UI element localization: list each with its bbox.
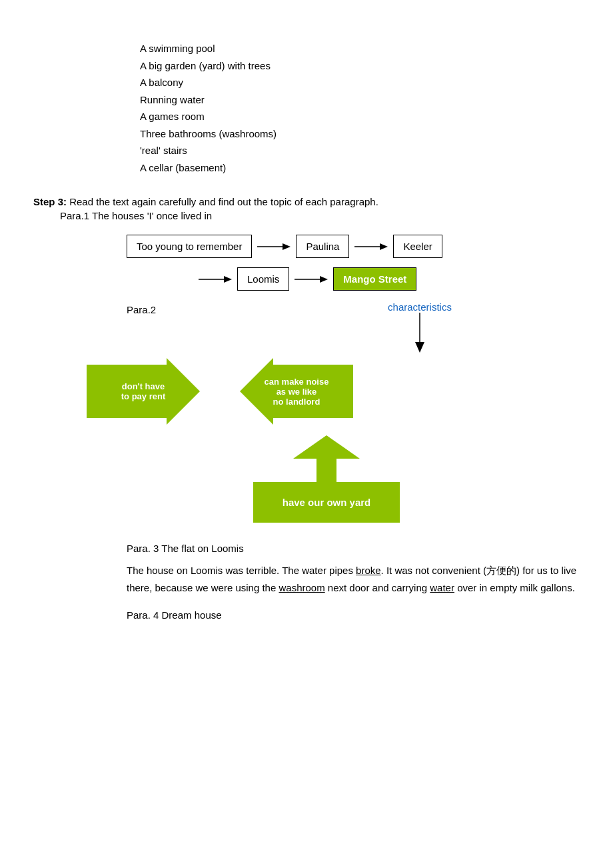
svg-marker-5 — [224, 276, 232, 283]
left-arrow-shape — [87, 358, 200, 425]
arrow-loomis-mango — [295, 273, 328, 285]
arrow-into-loomis — [199, 273, 232, 285]
svg-marker-3 — [380, 243, 388, 250]
characteristics-col: characteristics — [260, 295, 580, 353]
arrow-right: can make noiseas we likeno landlord — [240, 358, 353, 425]
svg-marker-7 — [320, 276, 328, 283]
para2-label: Para.2 — [127, 304, 260, 315]
svg-marker-11 — [240, 358, 353, 425]
up-arrow-row: have our own yard — [33, 435, 580, 523]
svg-marker-9 — [415, 342, 424, 353]
up-arrow-shape — [293, 435, 360, 482]
flow-row1: Too young to remember Paulina Keeler — [33, 235, 580, 258]
svg-marker-1 — [283, 243, 291, 250]
arrow-left: don't haveto pay rent — [87, 358, 200, 425]
list-item: Three bathrooms (washrooms) — [140, 125, 580, 143]
list-item: 'real' stairs — [140, 142, 580, 159]
para4-title: Para. 4 Dream house — [127, 609, 580, 621]
flow-box-4: Loomis — [237, 267, 289, 291]
arrow-1-2 — [257, 241, 291, 253]
para3-section: Para. 3 The flat on Loomis The house on … — [33, 543, 580, 621]
list-items: A swimming poolA big garden (yard) with … — [140, 40, 580, 176]
para2-left: Para.2 — [33, 295, 260, 315]
svg-marker-10 — [87, 358, 200, 425]
big-arrows-row: don't haveto pay rent can make noiseas w… — [33, 358, 580, 425]
right-arrow-shape — [240, 358, 353, 425]
list-item: A swimming pool — [140, 40, 580, 57]
para2-row: Para.2 characteristics — [33, 295, 580, 353]
para3-title: Para. 3 The flat on Loomis — [127, 543, 580, 554]
arrow-2-3 — [354, 241, 388, 253]
svg-marker-12 — [293, 435, 360, 482]
down-arrow-svg — [412, 313, 428, 353]
list-section: A swimming poolA big garden (yard) with … — [33, 40, 580, 176]
flow-box-3: Keeler — [393, 235, 442, 258]
list-item: Running water — [140, 91, 580, 109]
flow-box-5: Mango Street — [333, 267, 416, 291]
flow-diagram: Too young to remember Paulina Keeler Loo… — [33, 235, 580, 523]
para1-label: Para.1 The houses 'I' once lived in — [60, 210, 580, 221]
list-item: A big garden (yard) with trees — [140, 57, 580, 75]
yard-box: have our own yard — [253, 482, 400, 523]
list-item: A balcony — [140, 74, 580, 91]
step3-label: Step 3: — [33, 196, 67, 207]
step3-title: Step 3: Read the text again carefully an… — [33, 196, 580, 207]
step3-instruction: Read the text again carefully and find o… — [67, 196, 378, 207]
up-arrow-group: have our own yard — [253, 435, 400, 523]
flow-box-2: Paulina — [296, 235, 349, 258]
para3-body: The house on Loomis was terrible. The wa… — [127, 562, 580, 596]
list-item: A cellar (basement) — [140, 159, 580, 177]
characteristics-label: characteristics — [388, 301, 452, 313]
step3-section: Step 3: Read the text again carefully an… — [33, 196, 580, 221]
washroom-underline: washroom — [279, 582, 324, 593]
water-underline: water — [430, 582, 454, 593]
flow-box-1: Too young to remember — [127, 235, 252, 258]
broke-underline: broke — [356, 565, 381, 576]
flow-row2: Loomis Mango Street — [33, 267, 580, 291]
list-item: A games room — [140, 108, 580, 125]
